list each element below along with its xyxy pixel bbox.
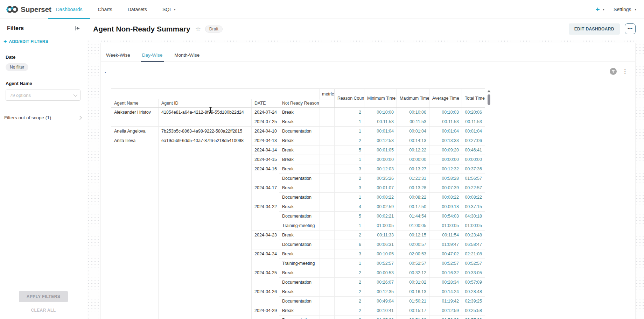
superset-logo[interactable]: Superset xyxy=(0,5,48,14)
dashboard-tabs: Week-Wise Day-Wise Month-Wise xyxy=(101,43,635,62)
nav-item-datasets[interactable]: Datasets xyxy=(120,0,155,19)
date-filter-chip[interactable]: No filter xyxy=(6,63,28,71)
table-cell: Training-meeting xyxy=(279,259,320,268)
table-cell xyxy=(320,316,335,319)
table-cell: 00:10:03 xyxy=(429,108,462,117)
table-cell: 00:00:00 xyxy=(462,155,485,164)
table-cell: 2024-04-22 xyxy=(252,202,279,231)
table-cell: 00:46:41 xyxy=(462,146,485,155)
filters-out-of-scope-row[interactable]: Filters out of scope (1) xyxy=(0,110,87,120)
table-cell: 00:14:13 xyxy=(397,136,429,146)
table-cell: Documentation xyxy=(279,278,320,287)
table-cell: 00:06:31 xyxy=(364,240,397,249)
table-cell: 00:52:57 xyxy=(364,259,397,268)
table-cell: 00:12:35 xyxy=(364,287,397,297)
table-cell: 00:10:06 xyxy=(397,108,429,117)
table-cell xyxy=(320,259,335,268)
table-cell: 01:00:05 xyxy=(462,221,485,231)
table-cell: 02:39:25 xyxy=(462,297,485,306)
table-cell: 00:16:32 xyxy=(429,268,462,278)
table-cell: 00:00:00 xyxy=(429,155,462,164)
agent-name-select[interactable]: 79 options xyxy=(6,90,80,101)
filter-indicator-icon[interactable] xyxy=(609,68,617,75)
table-cell: Break xyxy=(279,136,320,146)
nav-item-sql[interactable]: SQL ▾ xyxy=(155,0,183,19)
collapse-sidebar-icon[interactable] xyxy=(75,26,80,31)
tab-week-wise[interactable]: Week-Wise xyxy=(106,52,130,62)
table-cell: 2024-04-16 xyxy=(252,164,279,183)
table-cell: Documentation xyxy=(279,212,320,221)
table-cell: 2 xyxy=(335,297,364,306)
table-cell: 02:00:53 xyxy=(397,249,429,259)
table-cell: 00:33:05 xyxy=(462,268,485,278)
table-cell: 00:28:34 xyxy=(429,278,462,287)
new-item-button[interactable]: + ▾ xyxy=(596,6,604,13)
table-cell: 00:00:00 xyxy=(364,155,397,164)
table-cell: 2024-04-17 xyxy=(252,183,279,202)
table-cell: 00:10:00 xyxy=(364,108,397,117)
table-cell: Agent Name xyxy=(111,99,159,108)
table-cell: Documentation xyxy=(279,316,320,319)
table-cell: ea19c5b9-6dd5-40a7-87f6-5218d5410098 xyxy=(159,136,252,319)
table-cell: Documentation xyxy=(279,174,320,183)
table-cell: 01:00:05 xyxy=(364,221,397,231)
table-cell: 00:22:57 xyxy=(462,183,485,193)
table-cell: 5 xyxy=(335,212,364,221)
table-cell: 00:08:22 xyxy=(364,193,397,202)
table-cell: 00:01:04 xyxy=(364,127,397,136)
table-cell xyxy=(252,89,279,99)
table-cell: 00:47:02 xyxy=(429,249,462,259)
table-cell: 3 xyxy=(335,249,364,259)
table-cell: 3 xyxy=(335,164,364,174)
nav-item-charts[interactable]: Charts xyxy=(90,0,120,19)
table-cell: 2 xyxy=(335,268,364,278)
tab-day-wise[interactable]: Day-Wise xyxy=(142,52,163,62)
table-cell: Break xyxy=(279,306,320,316)
table-cell: 00:08:22 xyxy=(429,193,462,202)
table-cell: Documentation xyxy=(279,127,320,136)
favorite-star-icon[interactable]: ☆ xyxy=(195,25,201,33)
scroll-up-arrow-icon[interactable] xyxy=(487,90,491,92)
table-cell xyxy=(320,278,335,287)
table-cell: Reason Count xyxy=(335,89,364,108)
table-cell: 2024-04-15 xyxy=(252,155,279,164)
table-cell: Aleksander Hristov xyxy=(111,108,159,127)
table-cell: 00:11:53 xyxy=(429,117,462,127)
table-cell: 00:16:13 xyxy=(397,287,429,297)
table-cell xyxy=(159,89,252,99)
table-cell: metric xyxy=(320,89,335,99)
table-scrollbar[interactable] xyxy=(487,89,491,319)
table-cell xyxy=(320,164,335,174)
table-cell: 01:21:31 xyxy=(397,174,429,183)
table-cell: Break xyxy=(279,183,320,193)
table-cell: Break xyxy=(279,268,320,278)
more-options-button[interactable]: ••• xyxy=(625,23,636,34)
table-cell: 2 xyxy=(335,231,364,240)
table-cell: 5 xyxy=(335,146,364,155)
scrollbar-thumb[interactable] xyxy=(488,94,490,105)
superset-logo-icon xyxy=(6,6,18,13)
table-cell: 2024-04-26 xyxy=(252,287,279,306)
nav-item-dashboards[interactable]: Dashboards xyxy=(48,0,90,19)
table-cell: Break xyxy=(279,146,320,155)
table-cell: 00:13:33 xyxy=(429,136,462,146)
settings-menu[interactable]: Settings ▾ xyxy=(614,7,636,12)
apply-filters-button[interactable]: APPLY FILTERS xyxy=(19,291,68,302)
table-cell: 00:23:48 xyxy=(462,231,485,240)
chart-title: . xyxy=(105,69,106,74)
tab-month-wise[interactable]: Month-Wise xyxy=(174,52,200,62)
kebab-menu-icon[interactable]: ⋮ xyxy=(621,69,629,75)
table-cell: 00:17:50 xyxy=(397,202,429,212)
table-cell: 00:13:28 xyxy=(397,183,429,193)
dashboard-header: Agent Non-Ready Summary ☆ Draft EDIT DAS… xyxy=(87,19,644,39)
table-cell xyxy=(320,117,335,127)
table-cell: Break xyxy=(279,164,320,174)
clear-all-button[interactable]: CLEAR ALL xyxy=(0,308,87,313)
table-cell: 01:44:54 xyxy=(397,212,429,221)
table-cell: 00:10:05 xyxy=(364,249,397,259)
status-badge: Draft xyxy=(205,26,223,33)
add-edit-filters-button[interactable]: + ADD/EDIT FILTERS xyxy=(0,31,87,45)
table-cell: 00:27:06 xyxy=(462,136,485,146)
edit-dashboard-button[interactable]: EDIT DASHBOARD xyxy=(569,23,620,35)
table-cell: 01:56:57 xyxy=(462,174,485,183)
